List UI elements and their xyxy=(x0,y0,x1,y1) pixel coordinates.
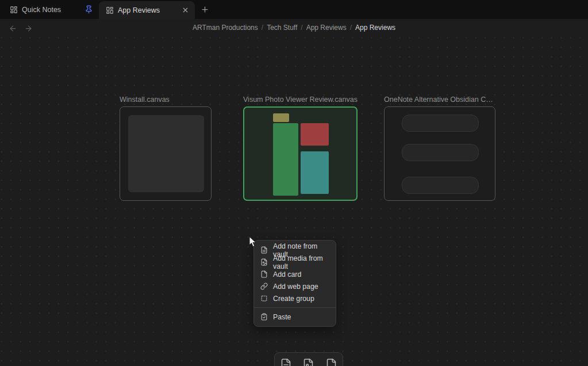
preview-green-block xyxy=(273,123,298,196)
box-select-icon xyxy=(260,295,268,302)
canvas-toolbar xyxy=(274,352,343,366)
tab-app-reviews[interactable]: App Reviews xyxy=(99,1,195,19)
canvas-file-card-winstall[interactable] xyxy=(120,106,212,201)
preview-pill xyxy=(402,115,479,132)
canvas-file-icon xyxy=(106,6,114,14)
close-tab-icon[interactable] xyxy=(182,6,189,14)
breadcrumb-item-current: App Reviews xyxy=(355,24,395,32)
menu-item-create-group[interactable]: Create group xyxy=(257,292,333,304)
tab-label: App Reviews xyxy=(118,6,160,14)
file-icon xyxy=(260,270,268,278)
plus-icon xyxy=(201,5,209,14)
canvas-file-title: Visum Photo Viewer Review.canvas xyxy=(243,96,358,104)
add-note-button[interactable] xyxy=(280,357,292,366)
breadcrumb-item[interactable]: App Reviews xyxy=(306,24,347,32)
preview-pill xyxy=(402,177,479,194)
preview-pill xyxy=(402,144,479,161)
add-card-button[interactable] xyxy=(325,357,337,366)
file-image-icon xyxy=(260,258,268,266)
canvas-file-title: Winstall.canvas xyxy=(120,96,170,104)
clipboard-check-icon xyxy=(260,313,268,321)
canvas-file-icon xyxy=(10,6,18,14)
link-icon xyxy=(260,283,268,290)
new-tab-button[interactable] xyxy=(195,0,214,19)
preview-block xyxy=(128,115,204,192)
tab-label: Quick Notes xyxy=(22,6,61,14)
menu-item-label: Add web page xyxy=(273,283,318,291)
breadcrumb-separator: / xyxy=(350,24,352,32)
breadcrumb-separator: / xyxy=(262,24,263,32)
breadcrumb: ARTman Productions / Tech Stuff / App Re… xyxy=(0,19,588,36)
canvas-file-card-visum[interactable] xyxy=(243,106,358,201)
context-menu: Add note from vault Add media from vault… xyxy=(253,240,336,327)
menu-item-add-media-from-vault[interactable]: Add media from vault xyxy=(257,256,333,268)
menu-item-paste[interactable]: Paste xyxy=(257,311,333,323)
view-header: ARTman Productions / Tech Stuff / App Re… xyxy=(0,19,588,36)
menu-item-label: Add card xyxy=(273,270,301,279)
menu-item-add-web-page[interactable]: Add web page xyxy=(257,280,333,292)
tab-bar: Quick Notes App Reviews xyxy=(0,0,588,19)
menu-item-label: Create group xyxy=(273,295,314,303)
menu-item-label: Add media from vault xyxy=(273,254,329,270)
file-media-icon xyxy=(302,357,314,366)
breadcrumb-item[interactable]: ARTman Productions xyxy=(193,24,258,32)
pin-icon[interactable] xyxy=(84,5,93,14)
preview-red-block xyxy=(301,123,329,146)
tab-quick-notes[interactable]: Quick Notes xyxy=(0,0,99,19)
breadcrumb-separator: / xyxy=(301,24,302,32)
breadcrumb-item[interactable]: Tech Stuff xyxy=(267,24,297,32)
file-blank-icon xyxy=(325,357,337,366)
preview-teal-block xyxy=(301,151,329,194)
add-media-button[interactable] xyxy=(302,357,314,366)
canvas-file-card-onenote[interactable] xyxy=(384,106,495,201)
preview-yellow-block xyxy=(273,113,289,122)
file-text-icon xyxy=(260,246,268,254)
app-window: Quick Notes App Reviews xyxy=(0,0,588,366)
menu-separator xyxy=(254,307,336,308)
canvas-file-title: OneNote Alternative Obsidian Ca… xyxy=(384,96,495,104)
file-text-icon xyxy=(280,357,292,366)
menu-item-label: Paste xyxy=(273,313,291,321)
